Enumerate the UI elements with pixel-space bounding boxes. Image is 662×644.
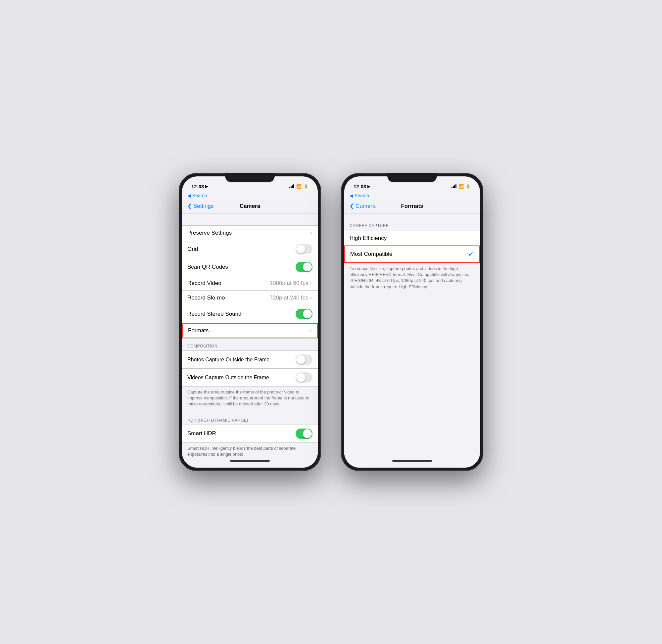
record-video-value: 1080p at 60 fps > xyxy=(270,280,313,286)
time: 12:03 xyxy=(191,184,204,189)
formats-chevron: > xyxy=(309,328,312,333)
chevron-icon: > xyxy=(310,281,313,286)
hdr-gap: HDR (HIGH DYNAMIC RANGE) xyxy=(182,413,318,424)
composition-group: Photos Capture Outside the Frame Videos … xyxy=(182,350,318,387)
status-left: 12:03 ▶ xyxy=(191,184,208,189)
scan-qr-item[interactable]: Scan QR Codes xyxy=(182,258,318,276)
back-search-label[interactable]: ◀ Search xyxy=(187,193,207,198)
signal-icon xyxy=(452,184,456,188)
grid-toggle[interactable] xyxy=(296,244,313,254)
back-button[interactable]: ❮ Settings xyxy=(187,203,213,209)
record-video-item[interactable]: Record Video 1080p at 60 fps > xyxy=(182,276,318,291)
formats-content: CAMERA CAPTURE High Efficiency Most Comp… xyxy=(344,213,480,468)
toggle-thumb xyxy=(303,309,312,318)
home-indicator xyxy=(392,460,432,462)
back-button[interactable]: ❮ Camera xyxy=(349,203,375,209)
videos-capture-toggle[interactable] xyxy=(296,372,313,383)
wifi-icon: 📶 xyxy=(296,184,301,189)
notch xyxy=(225,173,275,182)
signal-icon xyxy=(289,184,294,188)
hdr-group: Smart HDR xyxy=(182,424,318,443)
phone-camera-settings: 12:03 ▶ 📶 🔋 ◀ Search ❮ xyxy=(179,173,321,471)
smart-hdr-item[interactable]: Smart HDR xyxy=(182,425,318,442)
nav-bar-formats: ❮ Camera Formats xyxy=(344,199,480,213)
toggle-thumb xyxy=(303,262,312,271)
formats-item[interactable]: Formats > xyxy=(182,323,318,338)
smart-hdr-toggle[interactable] xyxy=(296,429,313,439)
record-slomo-value: 720p at 240 fps > xyxy=(270,295,313,301)
battery-icon: 🔋 xyxy=(466,184,471,189)
formats-description: To reduce file size, capture photos and … xyxy=(344,263,480,295)
home-indicator xyxy=(230,460,270,462)
chevron-icon: > xyxy=(310,230,313,236)
grid-item[interactable]: Grid xyxy=(182,240,318,258)
composition-gap: COMPOSITION xyxy=(182,339,318,350)
phone-formats: 12:03 ▶ 📶 🔋 ◀ Search ❮ Camera xyxy=(341,173,483,471)
camera-capture-header: CAMERA CAPTURE xyxy=(344,213,480,231)
most-compatible-item[interactable]: Most Compatible ✓ xyxy=(344,246,480,263)
videos-capture-item[interactable]: Videos Capture Outside the Frame xyxy=(182,369,318,386)
toggle-thumb xyxy=(303,429,312,438)
page-title: Formats xyxy=(401,203,423,209)
status-left: 12:03 ▶ xyxy=(353,184,370,189)
stereo-toggle[interactable] xyxy=(296,309,313,319)
status-right: 📶 🔋 xyxy=(452,184,471,189)
scan-qr-toggle[interactable] xyxy=(296,262,313,272)
notch xyxy=(387,173,437,182)
wifi-icon: 📶 xyxy=(458,184,464,189)
preserve-settings-value: > xyxy=(310,230,313,236)
record-slomo-item[interactable]: Record Slo-mo 720p at 240 fps > xyxy=(182,291,318,305)
checkmark-icon: ✓ xyxy=(468,250,474,258)
toggle-thumb xyxy=(296,245,305,253)
screen: 12:03 ▶ 📶 🔋 ◀ Search ❮ xyxy=(182,176,318,468)
photos-capture-toggle[interactable] xyxy=(296,354,313,365)
location-icon: ▶ xyxy=(205,184,208,189)
page-title: Camera xyxy=(239,203,260,209)
location-icon: ▶ xyxy=(367,184,370,189)
preserve-settings-item[interactable]: Preserve Settings > xyxy=(182,226,318,240)
toggle-thumb xyxy=(296,355,305,364)
battery-icon: 🔋 xyxy=(303,184,309,189)
time: 12:03 xyxy=(353,184,366,189)
main-settings-group: Preserve Settings > Grid Scan QR Codes xyxy=(182,225,318,339)
chevron-icon: > xyxy=(310,295,313,300)
screen: 12:03 ▶ 📶 🔋 ◀ Search ❮ Camera xyxy=(344,176,480,468)
status-right: 📶 🔋 xyxy=(289,184,309,189)
composition-description: Capture the area outside the frame of th… xyxy=(182,387,318,413)
back-search-label-2: ◀ Search xyxy=(349,193,369,198)
hdr-description: Smart HDR intelligently blends the best … xyxy=(182,443,318,463)
settings-content: Preserve Settings > Grid Scan QR Codes xyxy=(182,213,318,468)
toggle-thumb xyxy=(296,373,305,382)
record-stereo-item[interactable]: Record Stereo Sound xyxy=(182,305,318,323)
photos-capture-item[interactable]: Photos Capture Outside the Frame xyxy=(182,351,318,369)
nav-bar: ❮ Settings Camera xyxy=(182,199,318,213)
chevron-icon: > xyxy=(309,328,312,333)
format-options-group: High Efficiency Most Compatible ✓ xyxy=(344,231,480,263)
high-efficiency-item[interactable]: High Efficiency xyxy=(344,231,480,246)
